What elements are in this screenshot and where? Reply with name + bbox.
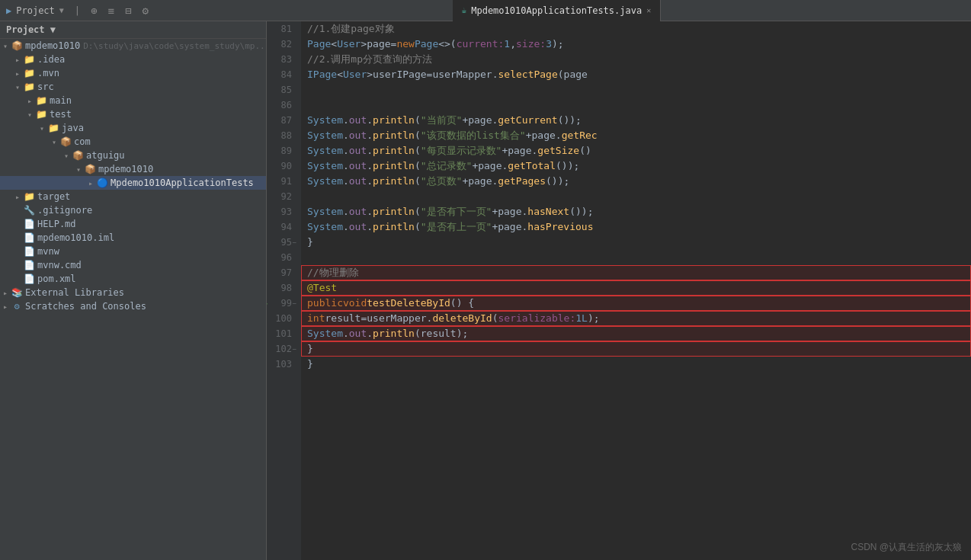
module-path: D:\study\java\code\system_study\mp...	[83, 41, 267, 51]
code-line-100[interactable]: int result = userMapper.deleteById( seri…	[301, 311, 971, 326]
expand-arrow[interactable]: ▸	[0, 289, 11, 297]
sidebar-item-mpdemo1010[interactable]: ▾📦mpdemo1010D:\study\java\code\system_st…	[0, 39, 266, 53]
code-editor[interactable]: 818283848586878889909192939495−96979899▶…	[267, 21, 971, 560]
line-number-102: 102−	[273, 341, 295, 357]
expand-arrow[interactable]: ▾	[49, 138, 59, 146]
sidebar-item-mvnw[interactable]: 📄mvnw	[0, 245, 266, 258]
sidebar-item-gitignore[interactable]: 🔧.gitignore	[0, 203, 266, 217]
code-line-91[interactable]: System.out.println("总页数" + page.getPages…	[301, 174, 971, 189]
sidebar-item-extLibs[interactable]: ▸📚External Libraries	[0, 286, 266, 299]
line-number-99: 99▶−	[273, 296, 295, 311]
code-line-92[interactable]	[301, 189, 971, 204]
line-number-82: 82	[273, 37, 295, 52]
dropdown-arrow[interactable]: ▼	[59, 6, 64, 14]
line-number-84: 84	[273, 67, 295, 82]
code-line-83[interactable]: //2.调用mp分页查询的方法	[301, 52, 971, 67]
code-line-88[interactable]: System.out.println("该页数据的list集合" + page.…	[301, 128, 971, 143]
code-line-96[interactable]	[301, 250, 971, 265]
code-line-98[interactable]: @Test	[301, 280, 971, 296]
tree-item-label: mpdemo1010	[98, 164, 153, 174]
expand-arrow[interactable]: ▸	[85, 179, 96, 187]
sidebar-item-com[interactable]: ▾📦com	[0, 135, 266, 149]
code-line-102[interactable]: }	[301, 341, 971, 357]
sidebar-item-MpdemoTests[interactable]: ▸🔵Mpdemo1010ApplicationTests	[0, 176, 266, 190]
tree-item-label: mvnw.cmd	[37, 260, 82, 270]
expand-arrow[interactable]: ▾	[37, 124, 47, 133]
expand-arrow[interactable]: ▾	[24, 110, 35, 119]
sidebar-item-src[interactable]: ▾📁src	[0, 80, 266, 94]
code-line-87[interactable]: System.out.println("当前页" + page.getCurre…	[301, 113, 971, 128]
sidebar-item-test[interactable]: ▾📁test	[0, 107, 266, 121]
project-label[interactable]: Project	[16, 5, 55, 16]
tab-file-name: Mpdemo1010ApplicationTests.java	[471, 5, 642, 16]
fold-icon[interactable]: −	[267, 296, 296, 311]
expand-arrow[interactable]: ▸	[24, 97, 35, 105]
expand-arrow[interactable]: ▾	[12, 83, 23, 91]
add-icon[interactable]: ⊕	[91, 5, 97, 17]
file-icon: 📁	[47, 123, 59, 133]
expand-arrow[interactable]: ▾	[73, 165, 84, 174]
expand-icon[interactable]: ⊟	[125, 5, 131, 17]
tab-close-button[interactable]: ✕	[646, 6, 651, 14]
code-line-81[interactable]: //1.创建page对象	[301, 21, 971, 37]
sidebar-item-atguigu[interactable]: ▾📦atguigu	[0, 149, 266, 162]
gear-icon[interactable]: ⚙	[142, 5, 148, 17]
file-icon: 📚	[11, 287, 23, 298]
file-icon: 📁	[23, 82, 35, 92]
line-number-103: 103	[273, 357, 295, 372]
code-area[interactable]: 818283848586878889909192939495−96979899▶…	[267, 21, 971, 560]
sidebar-item-pom[interactable]: 📄pom.xml	[0, 272, 266, 286]
expand-arrow[interactable]: ▸	[12, 56, 23, 64]
sidebar-item-mvn[interactable]: ▸📁.mvn	[0, 66, 266, 80]
code-lines[interactable]: //1.创建page对象Page<User> page = new Page<>…	[301, 21, 971, 560]
file-icon: 📦	[59, 136, 72, 147]
code-line-99[interactable]: public void testDeleteById() {	[301, 296, 971, 311]
code-line-85[interactable]	[301, 82, 971, 98]
file-icon: 📄	[23, 274, 35, 284]
sidebar-item-target[interactable]: ▸📁target	[0, 190, 266, 203]
sidebar-item-mpdemo1010pkg[interactable]: ▾📦mpdemo1010	[0, 162, 266, 176]
expand-arrow[interactable]: ▸	[12, 193, 23, 201]
sidebar-item-iml[interactable]: 📄mpdemo1010.iml	[0, 231, 266, 245]
expand-arrow[interactable]: ▾	[0, 42, 11, 50]
code-line-93[interactable]: System.out.println("是否有下一页" + page.hasNe…	[301, 204, 971, 219]
code-line-89[interactable]: System.out.println("每页显示记录数" + page.getS…	[301, 143, 971, 158]
code-line-101[interactable]: System.out.println(result);	[301, 326, 971, 341]
code-line-97[interactable]: //物理删除	[301, 265, 971, 280]
sidebar-item-mvnwcmd[interactable]: 📄mvnw.cmd	[0, 258, 266, 272]
fold-icon[interactable]: −	[267, 341, 296, 357]
sidebar-item-idea[interactable]: ▸📁.idea	[0, 53, 266, 66]
sidebar-item-java[interactable]: ▾📁java	[0, 121, 266, 135]
tree-item-label: main	[50, 95, 72, 106]
fold-icon[interactable]: −	[267, 235, 296, 250]
code-line-95[interactable]: }	[301, 235, 971, 250]
expand-arrow[interactable]: ▸	[0, 302, 11, 311]
file-icon: 📁	[23, 54, 35, 65]
code-line-82[interactable]: Page<User> page = new Page<>( current: 1…	[301, 37, 971, 52]
line-number-91: 91	[273, 174, 295, 189]
tab-file-icon: ☕	[462, 5, 467, 15]
line-number-85: 85	[273, 82, 295, 98]
line-number-97: 97	[273, 265, 295, 280]
tree-item-label: java	[62, 123, 84, 133]
expand-arrow[interactable]: ▸	[12, 69, 23, 78]
sort-icon[interactable]: ≡	[108, 5, 114, 17]
code-line-90[interactable]: System.out.println("总记录数" + page.getTota…	[301, 158, 971, 174]
file-icon: 📄	[23, 219, 35, 229]
file-icon: 📦	[11, 40, 23, 51]
line-number-93: 93	[273, 204, 295, 219]
project-icon: ▶	[6, 5, 11, 16]
code-line-86[interactable]	[301, 98, 971, 113]
code-line-103[interactable]: }	[301, 357, 971, 372]
code-line-94[interactable]: System.out.println("是否有上一页" + page.hasPr…	[301, 219, 971, 235]
sidebar-item-main[interactable]: ▸📁main	[0, 94, 266, 107]
tab-bar-container: ☕ Mpdemo1010ApplicationTests.java ✕	[149, 0, 965, 21]
file-icon: 📄	[23, 260, 35, 270]
active-tab[interactable]: ☕ Mpdemo1010ApplicationTests.java ✕	[453, 0, 662, 21]
code-line-84[interactable]: IPage<User> userIPage = userMapper.selec…	[301, 67, 971, 82]
line-number-92: 92	[273, 189, 295, 204]
expand-arrow[interactable]: ▾	[61, 152, 72, 160]
sidebar-item-scratches[interactable]: ▸⚙Scratches and Consoles	[0, 299, 266, 313]
sidebar-item-helpmd[interactable]: 📄HELP.md	[0, 217, 266, 231]
tree-item-label: .idea	[37, 54, 65, 65]
